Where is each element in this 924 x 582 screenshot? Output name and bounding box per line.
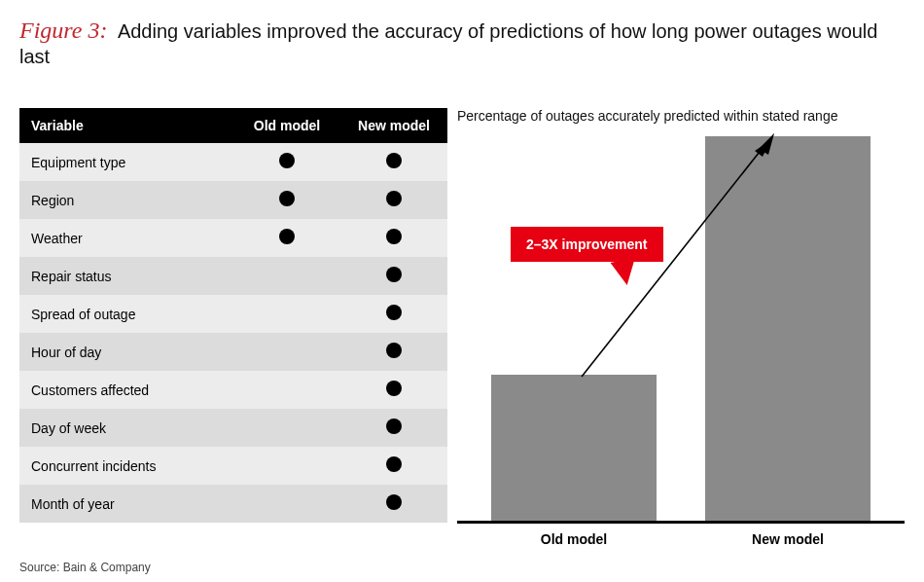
new-model-cell [340,409,447,447]
dot-icon [386,343,402,358]
col-variable: Variable [19,108,233,143]
col-old-model: Old model [233,108,340,143]
variable-label: Day of week [19,409,233,447]
source-line: Source: Bain & Company [19,561,151,574]
svg-line-0 [582,143,766,377]
bar-old-model [491,375,657,521]
table-row: Weather [19,219,447,257]
old-model-cell [233,371,340,409]
x-axis-labels: Old model New model [457,531,905,547]
xlabel-old-model: Old model [491,531,657,547]
dot-icon [386,305,402,320]
new-model-cell [340,181,447,219]
table-row: Repair status [19,257,447,295]
figure-title-text: Adding variables improved the accuracy o… [19,20,877,67]
new-model-cell [340,447,447,485]
dot-icon [386,456,402,472]
dot-icon [386,381,402,396]
new-model-cell [340,143,447,181]
table-header-row: Variable Old model New model [19,108,447,143]
dot-icon [279,153,295,168]
table-row: Region [19,181,447,219]
new-model-cell [340,257,447,295]
new-model-cell [340,333,447,371]
new-model-cell [340,371,447,409]
table-row: Month of year [19,485,447,523]
improvement-arrow [574,131,788,384]
dot-icon [386,494,402,510]
table-row: Spread of outage [19,295,447,333]
old-model-cell [233,143,340,181]
variable-label: Month of year [19,485,233,523]
chart-panel: Percentage of outages accurately predict… [457,108,905,547]
old-model-cell [233,485,340,523]
dot-icon [386,229,402,244]
variable-label: Spread of outage [19,295,233,333]
variable-label: Weather [19,219,233,257]
xlabel-new-model: New model [705,531,871,547]
variables-table-panel: Variable Old model New model Equipment t… [19,108,447,547]
variable-label: Concurrent incidents [19,447,233,485]
table-row: Hour of day [19,333,447,371]
old-model-cell [233,333,340,371]
variable-label: Equipment type [19,143,233,181]
chart-area: 2–3X improvement [457,129,905,524]
dot-icon [279,229,295,244]
chart-title: Percentage of outages accurately predict… [457,108,905,124]
old-model-cell [233,219,340,257]
table-row: Customers affected [19,371,447,409]
table-row: Day of week [19,409,447,447]
new-model-cell [340,219,447,257]
old-model-cell [233,447,340,485]
old-model-cell [233,257,340,295]
dot-icon [386,191,402,206]
dot-icon [279,191,295,206]
table-row: Equipment type [19,143,447,181]
old-model-cell [233,181,340,219]
new-model-cell [340,485,447,523]
variable-label: Repair status [19,257,233,295]
variable-label: Hour of day [19,333,233,371]
new-model-cell [340,295,447,333]
table-row: Concurrent incidents [19,447,447,485]
old-model-cell [233,295,340,333]
dot-icon [386,153,402,168]
figure-number: Figure 3: [19,18,107,43]
variable-label: Region [19,181,233,219]
variable-label: Customers affected [19,371,233,409]
variables-table: Variable Old model New model Equipment t… [19,108,447,523]
figure-title: Figure 3: Adding variables improved the … [19,18,905,69]
dot-icon [386,267,402,282]
col-new-model: New model [340,108,447,143]
old-model-cell [233,409,340,447]
dot-icon [386,418,402,434]
